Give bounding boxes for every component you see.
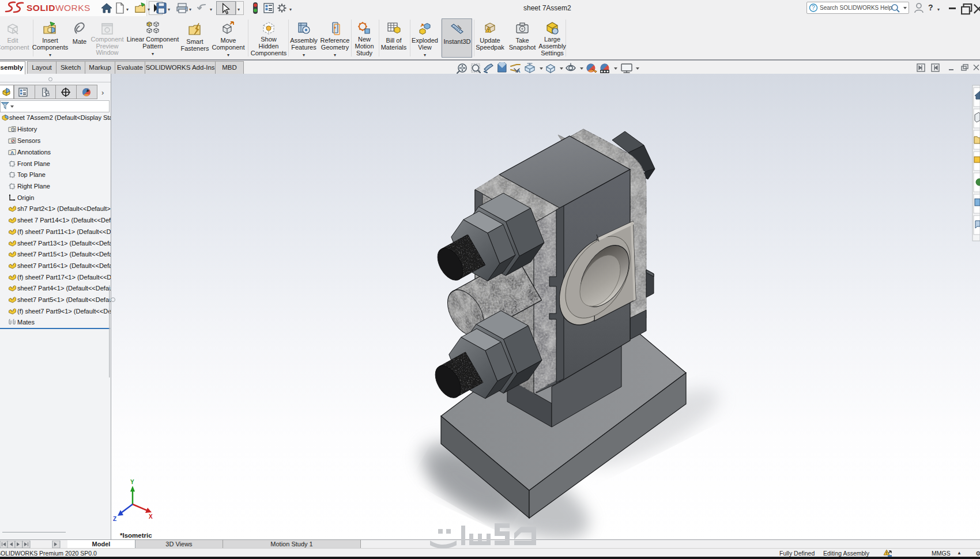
svg-text:!: ! <box>886 550 888 556</box>
svg-text:X: X <box>149 513 153 520</box>
svg-text:Z: Z <box>113 516 116 522</box>
svg-text:*Isometric: *Isometric <box>120 532 152 539</box>
svg-text:Y: Y <box>130 479 134 485</box>
